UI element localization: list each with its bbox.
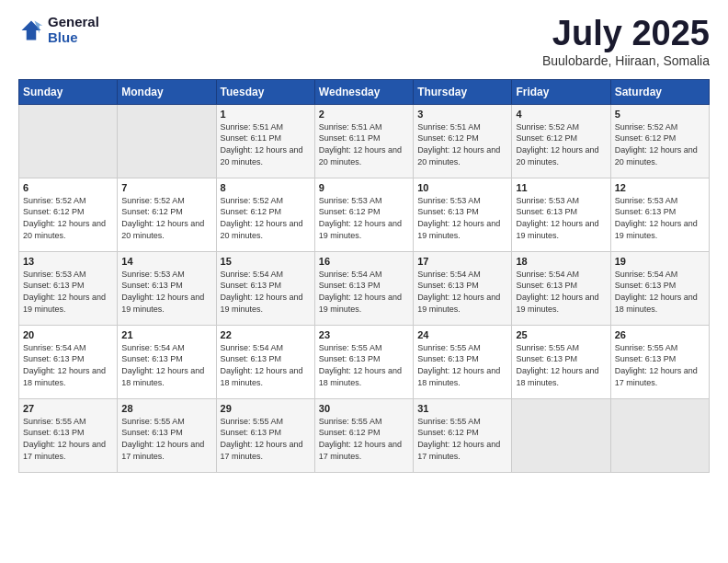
title-block: July 2025 Buulobarde, Hiiraan, Somalia bbox=[542, 15, 710, 68]
day-number: 29 bbox=[221, 403, 311, 414]
day-header-saturday: Saturday bbox=[610, 79, 709, 104]
day-info: Sunrise: 5:55 AM Sunset: 6:13 PM Dayligh… bbox=[23, 416, 113, 462]
month-title: July 2025 bbox=[542, 15, 710, 53]
calendar-cell: 4Sunrise: 5:52 AM Sunset: 6:12 PM Daylig… bbox=[512, 104, 610, 178]
day-info: Sunrise: 5:55 AM Sunset: 6:12 PM Dayligh… bbox=[319, 416, 409, 462]
calendar-cell: 23Sunrise: 5:55 AM Sunset: 6:13 PM Dayli… bbox=[314, 325, 413, 398]
day-info: Sunrise: 5:54 AM Sunset: 6:13 PM Dayligh… bbox=[319, 269, 409, 315]
day-number: 24 bbox=[417, 329, 507, 340]
day-number: 17 bbox=[417, 256, 507, 267]
calendar-header-row: SundayMondayTuesdayWednesdayThursdayFrid… bbox=[19, 79, 710, 104]
day-info: Sunrise: 5:52 AM Sunset: 6:12 PM Dayligh… bbox=[615, 121, 705, 167]
calendar-cell: 7Sunrise: 5:52 AM Sunset: 6:12 PM Daylig… bbox=[118, 178, 216, 251]
day-number: 1 bbox=[221, 109, 311, 120]
day-info: Sunrise: 5:54 AM Sunset: 6:13 PM Dayligh… bbox=[417, 269, 507, 315]
day-header-monday: Monday bbox=[118, 79, 216, 104]
day-number: 9 bbox=[319, 182, 409, 193]
day-info: Sunrise: 5:51 AM Sunset: 6:11 PM Dayligh… bbox=[221, 121, 311, 167]
day-number: 21 bbox=[121, 329, 211, 340]
day-info: Sunrise: 5:52 AM Sunset: 6:12 PM Dayligh… bbox=[221, 195, 311, 241]
calendar-cell bbox=[610, 398, 709, 472]
day-number: 10 bbox=[417, 182, 507, 193]
day-header-friday: Friday bbox=[512, 79, 610, 104]
calendar-cell bbox=[118, 104, 216, 178]
day-info: Sunrise: 5:55 AM Sunset: 6:13 PM Dayligh… bbox=[417, 342, 507, 388]
day-info: Sunrise: 5:53 AM Sunset: 6:13 PM Dayligh… bbox=[516, 195, 606, 241]
calendar-cell: 31Sunrise: 5:55 AM Sunset: 6:12 PM Dayli… bbox=[414, 398, 512, 472]
calendar-cell bbox=[19, 104, 118, 178]
calendar-cell: 22Sunrise: 5:54 AM Sunset: 6:13 PM Dayli… bbox=[216, 325, 314, 398]
calendar-cell: 30Sunrise: 5:55 AM Sunset: 6:12 PM Dayli… bbox=[314, 398, 413, 472]
calendar-cell: 3Sunrise: 5:51 AM Sunset: 6:12 PM Daylig… bbox=[414, 104, 512, 178]
day-number: 3 bbox=[417, 109, 507, 120]
day-number: 23 bbox=[319, 329, 409, 340]
day-info: Sunrise: 5:53 AM Sunset: 6:13 PM Dayligh… bbox=[121, 269, 211, 315]
day-info: Sunrise: 5:54 AM Sunset: 6:13 PM Dayligh… bbox=[221, 342, 311, 388]
day-number: 2 bbox=[319, 109, 409, 120]
day-number: 11 bbox=[516, 182, 606, 193]
day-info: Sunrise: 5:53 AM Sunset: 6:13 PM Dayligh… bbox=[417, 195, 507, 241]
calendar-cell: 26Sunrise: 5:55 AM Sunset: 6:13 PM Dayli… bbox=[610, 325, 709, 398]
location-subtitle: Buulobarde, Hiiraan, Somalia bbox=[542, 53, 710, 68]
calendar-cell: 27Sunrise: 5:55 AM Sunset: 6:13 PM Dayli… bbox=[19, 398, 118, 472]
calendar-week-row: 20Sunrise: 5:54 AM Sunset: 6:13 PM Dayli… bbox=[19, 325, 710, 398]
logo-general: General bbox=[48, 15, 99, 30]
day-number: 7 bbox=[121, 182, 211, 193]
day-number: 20 bbox=[23, 329, 113, 340]
calendar-cell: 8Sunrise: 5:52 AM Sunset: 6:12 PM Daylig… bbox=[216, 178, 314, 251]
day-info: Sunrise: 5:55 AM Sunset: 6:13 PM Dayligh… bbox=[516, 342, 606, 388]
day-info: Sunrise: 5:54 AM Sunset: 6:13 PM Dayligh… bbox=[23, 342, 113, 388]
day-number: 19 bbox=[615, 256, 705, 267]
day-info: Sunrise: 5:55 AM Sunset: 6:13 PM Dayligh… bbox=[121, 416, 211, 462]
day-info: Sunrise: 5:54 AM Sunset: 6:13 PM Dayligh… bbox=[615, 269, 705, 315]
logo-blue: Blue bbox=[48, 30, 99, 46]
day-number: 28 bbox=[121, 403, 211, 414]
day-number: 26 bbox=[615, 329, 705, 340]
calendar-week-row: 6Sunrise: 5:52 AM Sunset: 6:12 PM Daylig… bbox=[19, 178, 710, 251]
calendar-cell: 2Sunrise: 5:51 AM Sunset: 6:11 PM Daylig… bbox=[314, 104, 413, 178]
logo: General Blue bbox=[18, 15, 99, 45]
day-number: 4 bbox=[516, 109, 606, 120]
day-number: 6 bbox=[23, 182, 113, 193]
day-header-wednesday: Wednesday bbox=[314, 79, 413, 104]
calendar-cell: 15Sunrise: 5:54 AM Sunset: 6:13 PM Dayli… bbox=[216, 251, 314, 325]
calendar-cell: 12Sunrise: 5:53 AM Sunset: 6:13 PM Dayli… bbox=[610, 178, 709, 251]
calendar-cell: 29Sunrise: 5:55 AM Sunset: 6:13 PM Dayli… bbox=[216, 398, 314, 472]
day-info: Sunrise: 5:53 AM Sunset: 6:13 PM Dayligh… bbox=[23, 269, 113, 315]
calendar-cell: 17Sunrise: 5:54 AM Sunset: 6:13 PM Dayli… bbox=[414, 251, 512, 325]
day-header-sunday: Sunday bbox=[19, 79, 118, 104]
day-info: Sunrise: 5:55 AM Sunset: 6:12 PM Dayligh… bbox=[417, 416, 507, 462]
day-number: 16 bbox=[319, 256, 409, 267]
calendar-cell: 21Sunrise: 5:54 AM Sunset: 6:13 PM Dayli… bbox=[118, 325, 216, 398]
day-info: Sunrise: 5:52 AM Sunset: 6:12 PM Dayligh… bbox=[121, 195, 211, 241]
day-info: Sunrise: 5:55 AM Sunset: 6:13 PM Dayligh… bbox=[615, 342, 705, 388]
calendar-cell: 11Sunrise: 5:53 AM Sunset: 6:13 PM Dayli… bbox=[512, 178, 610, 251]
calendar-cell: 14Sunrise: 5:53 AM Sunset: 6:13 PM Dayli… bbox=[118, 251, 216, 325]
day-info: Sunrise: 5:52 AM Sunset: 6:12 PM Dayligh… bbox=[516, 121, 606, 167]
day-info: Sunrise: 5:52 AM Sunset: 6:12 PM Dayligh… bbox=[23, 195, 113, 241]
day-info: Sunrise: 5:51 AM Sunset: 6:11 PM Dayligh… bbox=[319, 121, 409, 167]
calendar-cell: 10Sunrise: 5:53 AM Sunset: 6:13 PM Dayli… bbox=[414, 178, 512, 251]
day-number: 18 bbox=[516, 256, 606, 267]
day-info: Sunrise: 5:51 AM Sunset: 6:12 PM Dayligh… bbox=[417, 121, 507, 167]
day-info: Sunrise: 5:55 AM Sunset: 6:13 PM Dayligh… bbox=[221, 416, 311, 462]
day-number: 14 bbox=[121, 256, 211, 267]
day-number: 30 bbox=[319, 403, 409, 414]
day-info: Sunrise: 5:54 AM Sunset: 6:13 PM Dayligh… bbox=[221, 269, 311, 315]
calendar-cell: 18Sunrise: 5:54 AM Sunset: 6:13 PM Dayli… bbox=[512, 251, 610, 325]
calendar-cell: 16Sunrise: 5:54 AM Sunset: 6:13 PM Dayli… bbox=[314, 251, 413, 325]
logo-text: General Blue bbox=[48, 15, 99, 45]
calendar-week-row: 27Sunrise: 5:55 AM Sunset: 6:13 PM Dayli… bbox=[19, 398, 710, 472]
day-info: Sunrise: 5:54 AM Sunset: 6:13 PM Dayligh… bbox=[516, 269, 606, 315]
day-number: 25 bbox=[516, 329, 606, 340]
calendar-cell: 13Sunrise: 5:53 AM Sunset: 6:13 PM Dayli… bbox=[19, 251, 118, 325]
day-info: Sunrise: 5:53 AM Sunset: 6:13 PM Dayligh… bbox=[615, 195, 705, 241]
calendar-cell: 9Sunrise: 5:53 AM Sunset: 6:12 PM Daylig… bbox=[314, 178, 413, 251]
day-number: 31 bbox=[417, 403, 507, 414]
day-header-thursday: Thursday bbox=[414, 79, 512, 104]
calendar-week-row: 1Sunrise: 5:51 AM Sunset: 6:11 PM Daylig… bbox=[19, 104, 710, 178]
day-info: Sunrise: 5:53 AM Sunset: 6:12 PM Dayligh… bbox=[319, 195, 409, 241]
day-number: 15 bbox=[221, 256, 311, 267]
day-header-tuesday: Tuesday bbox=[216, 79, 314, 104]
calendar-table: SundayMondayTuesdayWednesdayThursdayFrid… bbox=[18, 79, 710, 473]
